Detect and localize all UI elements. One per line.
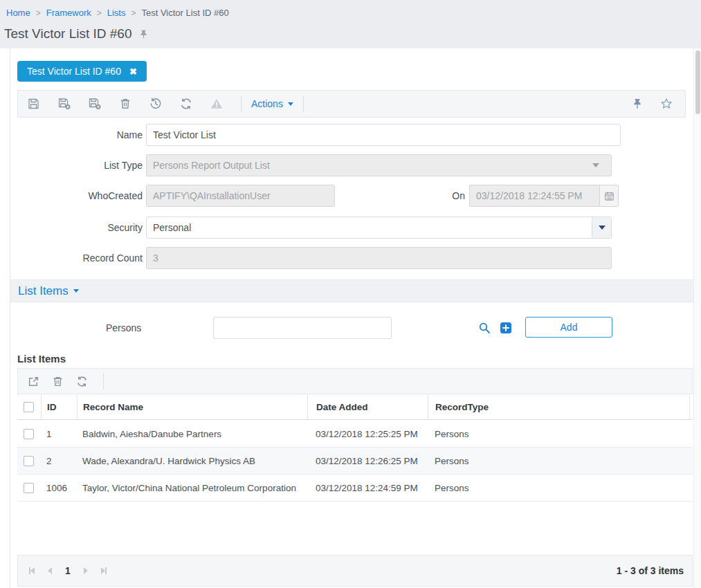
cell-record-type: Persons — [428, 456, 693, 466]
chevron-down-icon — [288, 102, 293, 106]
breadcrumb-separator: > — [97, 8, 102, 18]
pin-icon[interactable] — [138, 29, 149, 39]
persons-add-row: Persons Add — [10, 317, 686, 338]
security-label: Security — [10, 222, 143, 233]
security-select[interactable]: Personal — [146, 217, 612, 239]
cell-record-name: Taylor, Victor/China National Petroleum … — [77, 483, 307, 493]
chevron-down-icon — [73, 289, 79, 293]
grid-title: List Items — [17, 353, 66, 365]
breadcrumb-separator: > — [131, 8, 136, 18]
cell-date-added: 03/12/2018 12:26:25 PM — [307, 456, 428, 466]
delete-icon[interactable] — [119, 98, 131, 110]
record-tab-label: Test Victor List ID #60 — [27, 66, 121, 77]
pager-summary: 1 - 3 of 3 items — [617, 565, 684, 576]
list-items-section-title: List Items — [18, 284, 69, 298]
cell-record-type: Persons — [428, 429, 693, 439]
record-count-label: Record Count — [10, 252, 143, 264]
last-page-button[interactable] — [101, 567, 107, 574]
first-page-button[interactable] — [29, 567, 35, 574]
cell-id: 1006 — [41, 483, 77, 493]
record-toolbar: Actions — [17, 90, 686, 118]
search-icon[interactable] — [478, 322, 491, 334]
column-header-date-added[interactable]: Date Added — [307, 394, 428, 419]
created-on-group: 03/12/2018 12:24:55 PM — [469, 185, 619, 207]
cell-record-name: Baldwin, Aiesha/Danube Partners — [77, 429, 307, 439]
actions-label: Actions — [251, 98, 283, 109]
cell-record-type: Persons — [428, 483, 693, 493]
column-header-record-name[interactable]: Record Name — [77, 394, 307, 419]
pin-record-icon[interactable] — [631, 98, 644, 110]
persons-label: Persons — [106, 322, 141, 333]
breadcrumb: Home > Framework > Lists > Test Victor L… — [6, 8, 229, 18]
vertical-scrollbar[interactable] — [693, 48, 701, 588]
favorite-star-icon[interactable] — [660, 98, 673, 110]
breadcrumb-home[interactable]: Home — [6, 8, 30, 18]
save-icon[interactable] — [28, 98, 40, 110]
row-checkbox[interactable] — [24, 429, 34, 439]
security-value: Personal — [147, 222, 592, 233]
toolbar-separator — [303, 95, 304, 112]
calendar-icon — [604, 191, 614, 201]
undo-history-icon[interactable] — [149, 98, 162, 110]
cell-date-added: 03/12/2018 12:25:25 PM — [307, 429, 428, 439]
save-and-new-icon[interactable] — [89, 98, 101, 110]
save-and-close-icon[interactable] — [58, 98, 71, 110]
row-checkbox[interactable] — [24, 483, 34, 493]
name-field[interactable] — [146, 124, 621, 146]
grid-header-row: ID Record Name Date Added RecordType — [17, 394, 693, 420]
list-type-label: List Type — [10, 160, 143, 171]
cell-id: 2 — [41, 456, 77, 466]
list-items-section-header[interactable]: List Items — [10, 279, 694, 302]
cell-record-name: Wade, Alexandra/U. Hardwick Physics AB — [77, 456, 307, 466]
toolbar-separator — [241, 95, 242, 112]
record-panel: Test Victor List ID #60 ✖ — [10, 48, 693, 588]
security-dropdown-button[interactable] — [592, 217, 611, 238]
next-page-button[interactable] — [84, 567, 88, 574]
list-type-select: Persons Report Output List — [146, 154, 612, 176]
table-row[interactable]: 1006 Taylor, Victor/China National Petro… — [17, 475, 693, 502]
who-created-value: APTIFY\QAInstallationUser — [153, 190, 271, 201]
previous-page-button[interactable] — [48, 567, 52, 574]
warning-icon — [210, 98, 223, 110]
breadcrumb-lists[interactable]: Lists — [107, 8, 126, 18]
column-header-id[interactable]: ID — [41, 394, 77, 419]
actions-menu-button[interactable]: Actions — [251, 98, 293, 109]
open-record-icon[interactable] — [28, 376, 39, 387]
table-row[interactable]: 2 Wade, Alexandra/U. Hardwick Physics AB… — [17, 448, 693, 475]
created-on-value: 03/12/2018 12:24:55 PM — [476, 190, 582, 201]
who-created-label: WhoCreated — [10, 190, 143, 201]
row-checkbox[interactable] — [24, 456, 34, 466]
scrollbar-thumb[interactable] — [695, 50, 700, 114]
breadcrumb-separator: > — [36, 8, 41, 18]
cell-id: 1 — [41, 429, 77, 439]
grid-toolbar — [17, 368, 693, 394]
column-header-spacer — [689, 394, 693, 419]
created-on-field: 03/12/2018 12:24:55 PM — [469, 185, 599, 207]
chevron-down-icon — [592, 163, 599, 167]
page-title: Test Victor List ID #60 — [4, 26, 131, 42]
page-number[interactable]: 1 — [65, 565, 71, 576]
record-count-value: 3 — [153, 252, 158, 264]
toolbar-separator — [103, 373, 104, 389]
grid-delete-icon[interactable] — [52, 376, 64, 387]
created-on-label: On — [452, 190, 469, 201]
grid-refresh-icon[interactable] — [76, 376, 88, 387]
record-tab[interactable]: Test Victor List ID #60 ✖ — [17, 61, 147, 82]
close-tab-icon[interactable]: ✖ — [129, 66, 137, 77]
name-label: Name — [10, 129, 143, 140]
refresh-icon[interactable] — [180, 98, 192, 110]
cell-date-added: 03/12/2018 12:24:59 PM — [307, 483, 428, 493]
app-window: Home > Framework > Lists > Test Victor L… — [0, 0, 701, 588]
grid-pager: 1 1 - 3 of 3 items — [17, 555, 693, 587]
add-new-record-icon[interactable] — [500, 322, 512, 334]
breadcrumb-current: Test Victor List ID #60 — [141, 8, 228, 18]
calendar-button[interactable] — [599, 185, 619, 207]
add-button[interactable]: Add — [525, 317, 612, 338]
chevron-down-icon — [599, 226, 606, 230]
select-all-checkbox[interactable] — [24, 402, 34, 412]
table-row[interactable]: 1 Baldwin, Aiesha/Danube Partners 03/12/… — [17, 421, 693, 448]
breadcrumb-framework[interactable]: Framework — [46, 8, 91, 18]
persons-search-input[interactable] — [213, 317, 392, 339]
column-header-record-type[interactable]: RecordType — [428, 394, 689, 419]
page-header: Home > Framework > Lists > Test Victor L… — [0, 0, 701, 48]
